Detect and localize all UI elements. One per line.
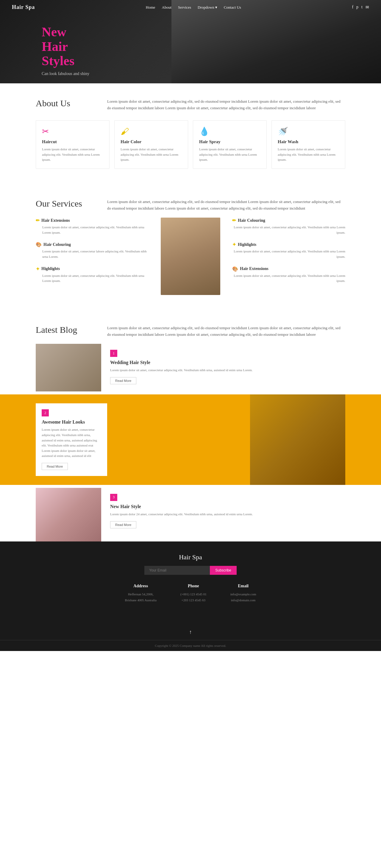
card-hairwash: 🚿 Hair Wash Lorem ipsum dolor sit amet, … [272,120,345,169]
card-hairspray-title: Hair Spray [199,139,260,144]
hero-content: New Hair Styles Can look fabulous and sh… [0,7,89,76]
service-right-1: Highlights ✦ Lorem ipsum dolor sit amet,… [232,242,345,259]
color-icon: 🎨 [36,242,42,247]
blog-img-2 [250,395,345,485]
card-hairwash-title: Hair Wash [278,139,339,144]
right-highlight-icon: ✦ [232,242,236,247]
service-right-2-title: Hair Extensions [240,267,268,271]
footer-email-input[interactable] [145,566,210,575]
service-left-1: 🎨 Hair Colouring Lorem ipsum dolor sit a… [36,242,149,259]
footer-address-title: Address [125,584,157,588]
blog-desc: Lorem ipsum dolor sit amet, consectetur … [107,325,345,338]
service-left-1-text: Lorem ipsum dolor sit amet, consectetur … [42,249,149,259]
blog-header: Latest Blog Lorem ipsum dolor sit amet, … [0,310,381,344]
nav-about[interactable]: About [162,5,172,10]
blog-post-1: 1 Wedding Hair Style Lorem ipsum dolor s… [0,344,381,392]
blog-num-3: 3 [110,494,117,501]
service-right-1-text: Lorem ipsum dolor sit amet, consectetur … [232,249,345,259]
service-right-2-text: Lorem ipsum dolor sit amet, consectetur … [232,273,345,284]
nav-contact[interactable]: Contact Us [224,5,241,10]
blog-post-3-text: Lorem ipsum dolor 24 amet, consectetur a… [110,512,253,517]
footer-copyright: Copyright © 2025 Company name All rights… [0,640,381,651]
card-haircut: ✂ Haircut Lorem ipsum dolor sit amet, co… [36,120,109,169]
services-left: ✏ Hair Extensions Lorem ipsum dolor sit … [36,218,155,295]
scissors-icon: ✂ [42,126,103,136]
blog-post-2-title: Awesome Hair Looks [42,420,101,425]
card-haircolor: 🖌 Hair Color Lorem ipsum dolor sit amet,… [114,120,188,169]
service-right-2: Hair Extensions 🎨 Lorem ipsum dolor sit … [232,266,345,284]
service-left-0-title: Hair Extensions [41,218,70,223]
footer-col-address: Address Heffernan 54,2006, Brisbane 4005… [125,584,157,603]
blog-section: Latest Blog Lorem ipsum dolor sit amet, … [0,310,381,541]
footer-address-line1: Heffernan 54,2006, [125,591,157,597]
about-cards: ✂ Haircut Lorem ipsum dolor sit amet, co… [36,120,345,169]
nav-dropdown[interactable]: Dropdown ▾ [198,5,217,10]
blog-num-1: 1 [110,350,117,357]
footer-subscribe-button[interactable]: Subscribe [210,566,236,575]
right-pencil-icon: ✏ [232,218,236,223]
nav-home[interactable]: Home [146,5,155,10]
our-services-desc: Lorem ipsum dolor sit amet, consectetur … [107,198,345,212]
card-hairspray-text: Lorem ipsum dolor sit amet, consectetur … [199,147,260,162]
footer-phone-line1: (+001) 123 4545 01 [180,591,207,597]
blog-content-1: 1 Wedding Hair Style Lorem ipsum dolor s… [101,344,253,390]
blog-post-2-content-wrapper: 2 Awesome Hair Looks Lorem ipsum dolor s… [0,403,179,476]
service-left-2-title: Highlights [41,267,60,271]
brush-icon: 🖌 [121,126,182,136]
service-left-0-text: Lorem ipsum dolor sit amet, consectetur … [42,225,149,235]
card-hairwash-text: Lorem ipsum dolor sit amet, consectetur … [278,147,339,162]
blog-post-3-readmore[interactable]: Read More [110,521,136,528]
shower-icon: 🚿 [278,126,339,136]
service-right-0-text: Lorem ipsum dolor sit amet, consectetur … [232,225,345,235]
pinterest-icon[interactable]: p [356,5,358,10]
blog-post-1-title: Wedding Hair Style [110,360,253,365]
blog-post-2-readmore[interactable]: Read More [42,463,68,470]
service-right-0: Hair Colouring ✏ Lorem ipsum dolor sit a… [232,218,345,235]
blog-img-3 [36,488,101,541]
blog-content-2: 2 Awesome Hair Looks Lorem ipsum dolor s… [36,403,107,476]
footer-email-line1: info@example.com [230,591,256,597]
service-left-2: ✦ Highlights Lorem ipsum dolor sit amet,… [36,266,149,284]
card-haircolor-title: Hair Color [121,139,182,144]
twitter-icon[interactable]: t [361,5,362,10]
navbar: Hair Spa Home About Services Dropdown ▾ … [0,0,381,14]
service-left-0: ✏ Hair Extensions Lorem ipsum dolor sit … [36,218,149,235]
services-right: Hair Colouring ✏ Lorem ipsum dolor sit a… [226,218,345,295]
hero-subtitle: Can look fabulous and shiny [42,71,89,76]
services-layout: ✏ Hair Extensions Lorem ipsum dolor sit … [36,218,345,295]
blog-post-3: 3 New Hair Style Lorem ipsum dolor 24 am… [0,485,381,541]
footer-email-title: Email [230,584,256,588]
service-right-1-title: Highlights [238,242,256,247]
blog-title: Latest Blog [36,325,89,335]
blog-post-2-text: Lorem ipsum dolor sit amet, consectetur … [42,427,101,459]
blog-post-1-readmore[interactable]: Read More [110,377,136,384]
blog-num-2: 2 [42,409,49,416]
center-hair-image [161,218,220,295]
service-left-1-title: Hair Colouring [43,242,71,247]
hero-title: New Hair Styles [42,25,89,68]
blog-post-3-title: New Hair Style [110,504,253,509]
footer-phone-title: Phone [180,584,207,588]
right-color-icon: 🎨 [232,266,238,272]
facebook-icon[interactable]: f [352,5,353,10]
blog-post-2-wrapper: 2 Awesome Hair Looks Lorem ipsum dolor s… [0,395,381,485]
blog-content-3: 3 New Hair Style Lorem ipsum dolor 24 am… [101,488,253,534]
about-section: About Us Lorem ipsum dolor sit amet, con… [0,83,381,184]
blog-img-1 [36,344,101,392]
footer-arrow-icon[interactable]: ↑ [0,624,381,640]
footer-cols: Address Heffernan 54,2006, Brisbane 4005… [36,584,345,612]
nav-links: Home About Services Dropdown ▾ Contact U… [146,5,241,10]
footer-brand: Hair Spa [36,553,345,561]
email-icon[interactable]: ✉ [366,5,369,10]
card-haircut-text: Lorem ipsum dolor sit amet, consectetur … [42,147,103,162]
nav-services[interactable]: Services [178,5,191,10]
service-right-0-title: Hair Colouring [238,218,265,223]
footer-col-email: Email info@example.com info@domain.com [230,584,256,603]
about-desc: Lorem ipsum dolor sit amet, consectetur … [107,98,345,111]
nav-logo[interactable]: Hair Spa [12,4,35,10]
footer-phone-line2: +203 123 4545 63 [180,597,207,603]
nav-social: f p t ✉ [352,5,369,10]
our-services-section: Our Services Lorem ipsum dolor sit amet,… [0,184,381,310]
spray-icon: 💧 [199,126,260,136]
highlight-icon: ✦ [36,266,40,272]
